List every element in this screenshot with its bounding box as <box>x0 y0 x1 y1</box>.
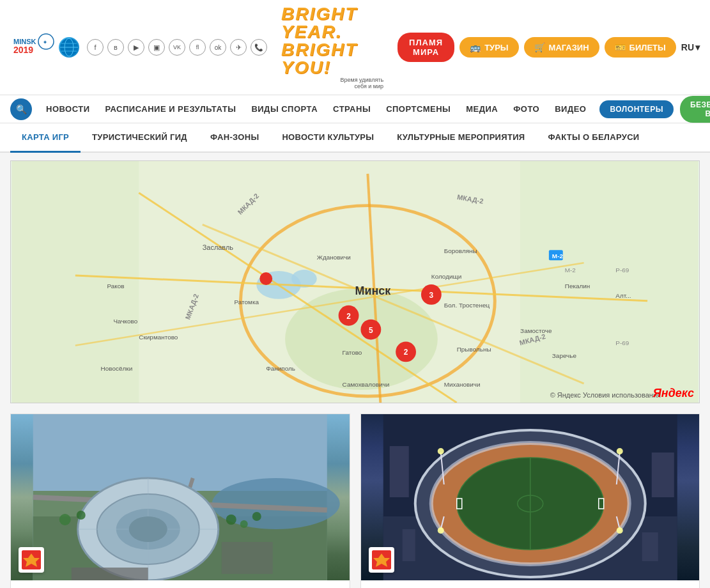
svg-text:2: 2 <box>346 312 351 321</box>
svg-text:2: 2 <box>404 348 408 357</box>
nav-media[interactable]: МЕДИА <box>459 95 504 123</box>
nav-news[interactable]: НОВОСТИ <box>40 95 96 123</box>
nav-athletes[interactable]: СПОРТСМЕНЫ <box>380 95 457 123</box>
sub-nav-facts-belarus[interactable]: ФАКТЫ О БЕЛАРУСИ <box>536 123 651 153</box>
svg-text:Боровляны: Боровляны <box>444 247 477 254</box>
facebook-icon[interactable]: f <box>87 39 104 56</box>
vkontakte-icon[interactable]: в <box>107 39 124 56</box>
tickets-label: БИЛЕТЫ <box>629 43 666 52</box>
bright-logo-line1: BRIGHT YEAR. <box>281 5 383 41</box>
svg-text:Заславль: Заславль <box>203 244 234 251</box>
bright-logo-line2: BRIGHT YOU! <box>281 41 383 77</box>
svg-point-77 <box>59 514 71 525</box>
svg-text:М-2: М-2 <box>552 252 564 259</box>
minsk-logo[interactable]: MINSK 2019 ✦ <box>10 30 55 65</box>
search-button[interactable]: 🔍 <box>10 98 32 120</box>
svg-text:Замосточе: Замосточе <box>520 327 552 334</box>
map-svg: МКАД-2 МКАД-2 МКАД-2 МКАД-2 М-2 Р-69 Р-6… <box>11 161 699 403</box>
svg-text:Заречье: Заречье <box>552 352 577 359</box>
badge-icon-stadium <box>372 550 391 569</box>
svg-rect-107 <box>642 532 658 561</box>
sub-nav-fan-zones[interactable]: ФАН-ЗОНЫ <box>199 123 270 153</box>
svg-point-51 <box>259 272 272 285</box>
shop-button[interactable]: 🛒 МАГАЗИН <box>524 37 599 58</box>
svg-text:Скирмантово: Скирмантово <box>139 334 178 341</box>
odnoklassniki-icon[interactable]: ok <box>210 39 226 56</box>
venue-card-arena[interactable]: ЧИЖОВКА-АРЕНА <box>10 414 350 588</box>
venue-card-stadium[interactable]: СТАДИОН «ДИНАМО» <box>360 414 700 588</box>
flickr-icon[interactable]: fl <box>189 39 206 56</box>
svg-point-101 <box>437 527 444 534</box>
sub-nav-culture-news[interactable]: НОВОСТИ КУЛЬТУРЫ <box>270 123 385 153</box>
svg-text:Минск: Минск <box>355 284 391 297</box>
svg-rect-73 <box>222 542 273 574</box>
svg-text:Колодищи: Колодищи <box>431 273 461 280</box>
svg-text:Ждановичи: Ждановичи <box>317 254 351 261</box>
yandex-logo: Яндекс <box>653 387 694 400</box>
sub-nav: КАРТА ИГР ТУРИСТИЧЕСКИЙ ГИД ФАН-ЗОНЫ НОВ… <box>0 123 710 153</box>
nav-countries[interactable]: СТРАНЫ <box>327 95 377 123</box>
svg-text:Михановичи: Михановичи <box>444 381 481 388</box>
tours-label: ТУРЫ <box>484 43 508 52</box>
svg-text:3: 3 <box>429 291 434 300</box>
svg-rect-14 <box>520 161 698 403</box>
viber-icon[interactable]: 📞 <box>251 39 267 56</box>
venue-arena-title: ЧИЖОВКА-АРЕНА <box>11 580 350 588</box>
svg-text:Ратомка: Ратомка <box>235 298 259 306</box>
telegram-icon[interactable]: ✈ <box>230 39 247 56</box>
volunteers-button[interactable]: ВОЛОНТЕРЫ <box>599 100 673 118</box>
chevron-down-icon: ▾ <box>695 42 700 52</box>
svg-point-75 <box>240 520 248 528</box>
youtube-icon[interactable]: ▶ <box>128 39 144 56</box>
vk-icon[interactable]: VK <box>169 39 185 56</box>
svg-text:Пекалин: Пекалин <box>565 282 590 290</box>
header-logo[interactable]: MINSK 2019 ✦ <box>10 30 79 65</box>
tickets-button[interactable]: 🎫 БИЛЕТЫ <box>605 37 676 58</box>
bright-logo-subtitle: Время удивлятьсебя и мир <box>281 77 383 89</box>
bus-icon: 🚌 <box>470 42 481 52</box>
nav-photo[interactable]: ФОТО <box>507 95 546 123</box>
header: MINSK 2019 ✦ f в ▶ ▣ VK fl ok ✈ 📞 BRIGH <box>0 0 710 95</box>
lang-label: RU <box>681 42 694 52</box>
visafree-button[interactable]: БЕЗВИЗОВЫЙ ВЪЕЗД <box>680 96 710 123</box>
svg-text:Чачково: Чачково <box>114 318 138 325</box>
svg-text:5: 5 <box>369 326 373 335</box>
social-icons-bar: f в ▶ ▣ VK fl ok ✈ 📞 <box>87 39 267 56</box>
svg-text:Р-69: Р-69 <box>615 339 629 346</box>
svg-text:Новосёлки: Новосёлки <box>101 365 133 372</box>
globe-icon[interactable] <box>59 37 79 58</box>
sub-nav-tourist-guide[interactable]: ТУРИСТИЧЕСКИЙ ГИД <box>81 123 199 153</box>
map-container[interactable]: МКАД-2 МКАД-2 МКАД-2 МКАД-2 М-2 Р-69 Р-6… <box>10 160 700 403</box>
svg-rect-105 <box>651 453 674 497</box>
venue-arena-image <box>11 414 350 580</box>
svg-text:✦: ✦ <box>43 40 47 45</box>
cart-icon: 🛒 <box>534 42 545 52</box>
svg-text:Самохваловичи: Самохваловичи <box>343 381 390 388</box>
svg-point-71 <box>129 516 167 542</box>
svg-text:Фаниполь: Фаниполь <box>266 365 295 372</box>
nav-video[interactable]: ВИДЕО <box>548 95 592 123</box>
tours-button[interactable]: 🚌 ТУРЫ <box>459 37 518 58</box>
sub-nav-cultural-events[interactable]: КУЛЬТУРНЫЕ МЕРОПРИЯТИЯ <box>385 123 536 153</box>
venue-badge-arena <box>19 547 44 573</box>
svg-point-97 <box>437 448 444 454</box>
svg-text:Алт...: Алт... <box>615 292 631 299</box>
svg-rect-72 <box>72 568 148 580</box>
svg-point-74 <box>226 514 236 525</box>
bright-logo: BRIGHT YEAR. BRIGHT YOU! Время удивлятьс… <box>281 5 383 89</box>
venue-stadium-title: СТАДИОН «ДИНАМО» <box>361 580 700 588</box>
language-selector[interactable]: RU ▾ <box>681 42 700 52</box>
badge-icon-arena <box>22 550 41 569</box>
ticket-icon: 🎫 <box>615 42 626 52</box>
flame-button[interactable]: ПЛАМЯ МИРА <box>397 33 454 62</box>
sub-nav-map[interactable]: КАРТА ИГР <box>10 123 81 153</box>
venue-cards-section: ЧИЖОВКА-АРЕНА <box>10 414 700 588</box>
map-copyright: © Яндекс Условия использования <box>550 391 661 399</box>
venue-stadium-image <box>361 414 700 580</box>
nav-sports[interactable]: ВИДЫ СПОРТА <box>245 95 324 123</box>
nav-schedule[interactable]: РАСПИСАНИЕ И РЕЗУЛЬТАТЫ <box>99 95 243 123</box>
svg-text:Бол. Тростенец: Бол. Тростенец <box>444 302 490 309</box>
svg-rect-106 <box>402 529 415 561</box>
instagram-icon[interactable]: ▣ <box>148 39 165 56</box>
svg-point-103 <box>616 527 622 534</box>
